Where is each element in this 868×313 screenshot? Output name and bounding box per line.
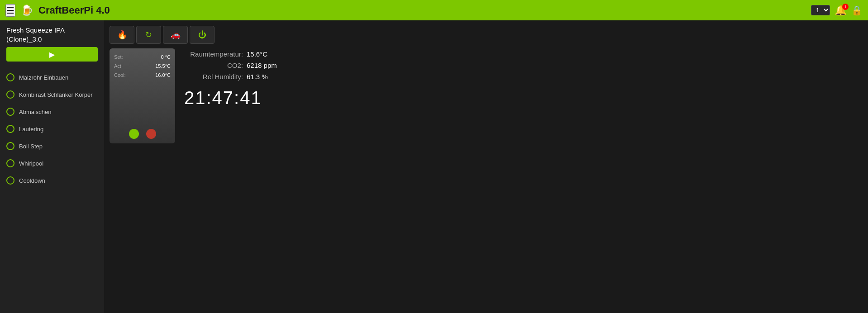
step-label: Kombirast Schlanker Körper <box>19 91 93 98</box>
app-title: CraftBeerPi 4.0 <box>38 5 110 16</box>
recipe-title: Fresh Squeeze IPA (Clone)_3.0 <box>6 26 98 43</box>
raumtemperatur-value: 15.6°C <box>247 50 267 58</box>
co2-label: CO2: <box>184 62 243 69</box>
main-layout: Fresh Squeeze IPA (Clone)_3.0 ▶ Malzrohr… <box>0 20 868 313</box>
step-label: Whirlpool <box>19 160 43 167</box>
act-value: 15.5°C <box>155 62 171 71</box>
play-button[interactable]: ▶ <box>6 47 98 62</box>
version-select[interactable]: 1 <box>811 5 830 15</box>
stats-panel: Raumtemperatur: 15.6°C CO2: 6218 ppm Rel… <box>184 48 277 143</box>
step-item[interactable]: Malzrohr Einbauen <box>0 69 104 86</box>
toolbar: 🔥↻🚗⏻ <box>110 26 863 44</box>
co2-value: 6218 ppm <box>247 62 277 69</box>
step-item[interactable]: Lautering <box>0 120 104 138</box>
raumtemperatur-label: Raumtemperatur: <box>184 50 243 58</box>
dashboard: Set: 0 °C Act: 15.5°C Cool: 16.0°C <box>110 48 863 143</box>
sidebar: Fresh Squeeze IPA (Clone)_3.0 ▶ Malzrohr… <box>0 20 104 313</box>
fermentation-widget: Set: 0 °C Act: 15.5°C Cool: 16.0°C <box>110 48 175 143</box>
play-icon: ▶ <box>49 50 55 59</box>
step-radio <box>6 90 14 99</box>
step-item[interactable]: Cooldown <box>0 172 104 189</box>
ferm-info: Set: 0 °C Act: 15.5°C Cool: 16.0°C <box>114 53 171 80</box>
step-radio <box>6 159 14 167</box>
car-button[interactable]: 🚗 <box>163 26 188 44</box>
rel-humidity-row: Rel Humidity: 61.3 % <box>184 73 277 81</box>
hamburger-button[interactable]: ☰ <box>5 4 15 17</box>
rel-humidity-value: 61.3 % <box>247 73 268 81</box>
time-display: 21:47:41 <box>184 88 277 108</box>
step-radio <box>6 108 14 116</box>
cool-label: Cool: <box>114 71 126 80</box>
step-label: Abmaischen <box>19 109 52 115</box>
step-item[interactable]: Abmaischen <box>0 103 104 120</box>
step-item[interactable]: Kombirast Schlanker Körper <box>0 86 104 103</box>
raumtemperatur-row: Raumtemperatur: 15.6°C <box>184 50 277 58</box>
set-label: Set: <box>114 53 123 62</box>
logo-icon: 🍺 <box>21 5 33 16</box>
set-value: 0 °C <box>161 53 171 62</box>
act-label: Act: <box>114 62 123 71</box>
notification-button[interactable]: 🔔 1 <box>835 5 847 16</box>
step-list: Malzrohr Einbauen Kombirast Schlanker Kö… <box>0 65 104 193</box>
step-item[interactable]: Whirlpool <box>0 155 104 172</box>
lock-button[interactable]: 🔒 <box>851 5 863 16</box>
step-radio <box>6 142 14 150</box>
rel-humidity-label: Rel Humidity: <box>184 73 243 81</box>
cool-value: 16.0°C <box>155 71 171 80</box>
step-radio <box>6 176 14 185</box>
step-label: Lautering <box>19 126 43 133</box>
ferm-indicators <box>114 124 171 139</box>
step-item[interactable]: Boil Step <box>0 138 104 155</box>
step-radio <box>6 125 14 133</box>
step-label: Cooldown <box>19 177 45 184</box>
refresh-button[interactable]: ↻ <box>136 26 161 44</box>
navbar-left: ☰ 🍺 CraftBeerPi 4.0 <box>5 4 110 17</box>
notification-badge: 1 <box>842 4 849 10</box>
recipe-header: Fresh Squeeze IPA (Clone)_3.0 ▶ <box>0 20 104 65</box>
step-radio <box>6 73 14 81</box>
red-indicator <box>146 129 156 139</box>
navbar-right: 1 🔔 1 🔒 <box>811 5 863 16</box>
step-label: Boil Step <box>19 143 43 150</box>
step-label: Malzrohr Einbauen <box>19 74 68 81</box>
power-button[interactable]: ⏻ <box>190 26 215 44</box>
co2-row: CO2: 6218 ppm <box>184 62 277 69</box>
navbar: ☰ 🍺 CraftBeerPi 4.0 1 🔔 1 🔒 <box>0 0 868 20</box>
content-area: 🔥↻🚗⏻ Set: 0 °C Act: 15.5°C Cool: 16. <box>104 20 868 313</box>
green-indicator <box>129 129 139 139</box>
fire-button[interactable]: 🔥 <box>110 26 134 44</box>
